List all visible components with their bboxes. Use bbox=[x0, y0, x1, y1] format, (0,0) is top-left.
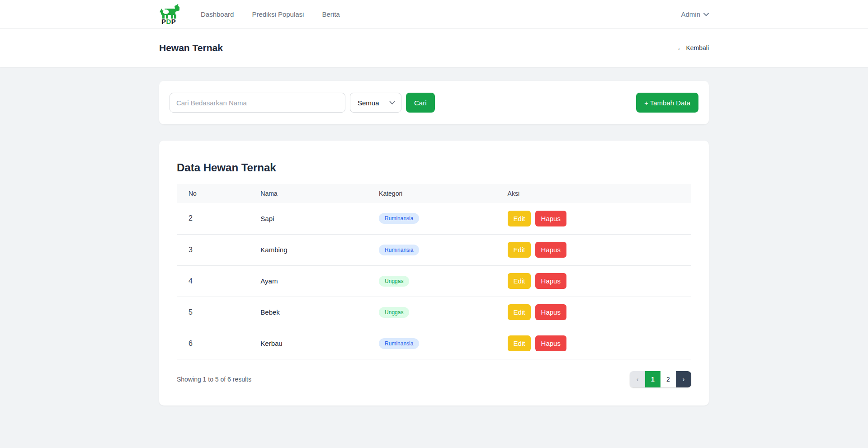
page-title: Hewan Ternak bbox=[159, 42, 223, 53]
row-category-cell: Ruminansia bbox=[367, 203, 496, 234]
category-badge: Ruminansia bbox=[379, 338, 419, 349]
row-name-cell: Sapi bbox=[249, 203, 367, 234]
column-header-aksi: Aksi bbox=[496, 184, 691, 203]
results-summary: Showing 1 to 5 of 6 results bbox=[177, 376, 251, 383]
back-link-label: Kembali bbox=[686, 44, 709, 52]
edit-button[interactable]: Edit bbox=[508, 242, 531, 258]
row-number-cell: 4 bbox=[177, 265, 249, 297]
delete-button[interactable]: Hapus bbox=[535, 211, 566, 226]
search-submit-button[interactable]: Cari bbox=[406, 93, 435, 113]
category-badge: Unggas bbox=[379, 276, 409, 287]
chevron-down-icon bbox=[389, 101, 395, 105]
row-category-cell: Unggas bbox=[367, 297, 496, 328]
table-body: 2 Sapi Ruminansia Edit Hapus 3 Kambing R… bbox=[177, 203, 691, 359]
row-name-cell: Bebek bbox=[249, 297, 367, 328]
edit-button[interactable]: Edit bbox=[508, 273, 531, 289]
row-actions-cell: Edit Hapus bbox=[496, 265, 691, 297]
user-menu[interactable]: Admin bbox=[681, 10, 709, 18]
search-input[interactable] bbox=[170, 93, 345, 113]
logo-cow-icon: PDP bbox=[159, 4, 181, 25]
back-arrow-icon: ← bbox=[677, 44, 683, 52]
column-header-no: No bbox=[177, 184, 249, 203]
nav-item-berita[interactable]: Berita bbox=[322, 0, 340, 29]
svg-text:PDP: PDP bbox=[161, 18, 176, 25]
user-menu-label: Admin bbox=[681, 10, 700, 18]
pagination-next-button[interactable]: › bbox=[676, 371, 691, 387]
livestock-table: No Nama Kategori Aksi 2 Sapi Ruminansia … bbox=[177, 184, 691, 359]
row-name-cell: Kerbau bbox=[249, 328, 367, 359]
row-actions-cell: Edit Hapus bbox=[496, 203, 691, 234]
table-row: 3 Kambing Ruminansia Edit Hapus bbox=[177, 234, 691, 265]
delete-button[interactable]: Hapus bbox=[535, 335, 566, 351]
category-badge: Ruminansia bbox=[379, 213, 419, 224]
pagination: ‹ 1 2 › bbox=[630, 371, 691, 387]
category-badge: Ruminansia bbox=[379, 245, 419, 255]
pagination-page-2-button[interactable]: 2 bbox=[660, 371, 676, 387]
chevron-down-icon bbox=[703, 13, 709, 16]
add-data-button[interactable]: + Tambah Data bbox=[636, 93, 698, 113]
column-header-kategori: Kategori bbox=[367, 184, 496, 203]
category-select-value: Semua bbox=[358, 99, 379, 107]
nav-item-prediksi-populasi[interactable]: Prediksi Populasi bbox=[252, 0, 304, 29]
edit-button[interactable]: Edit bbox=[508, 335, 531, 351]
back-link[interactable]: ← Kembali bbox=[677, 44, 709, 52]
nav-links: Dashboard Prediksi Populasi Berita bbox=[201, 0, 340, 29]
row-name-cell: Ayam bbox=[249, 265, 367, 297]
row-number-cell: 3 bbox=[177, 234, 249, 265]
row-number-cell: 5 bbox=[177, 297, 249, 328]
row-number-cell: 6 bbox=[177, 328, 249, 359]
category-select[interactable]: Semua bbox=[350, 93, 401, 113]
pagination-prev-button[interactable]: ‹ bbox=[630, 371, 645, 387]
row-category-cell: Ruminansia bbox=[367, 328, 496, 359]
row-category-cell: Ruminansia bbox=[367, 234, 496, 265]
table-header-row: No Nama Kategori Aksi bbox=[177, 184, 691, 203]
pagination-page-1-button[interactable]: 1 bbox=[645, 371, 660, 387]
table-title: Data Hewan Ternak bbox=[177, 161, 691, 174]
main-content: Semua Cari + Tambah Data Data Hewan Tern… bbox=[159, 67, 709, 406]
app-logo[interactable]: PDP bbox=[159, 4, 181, 25]
table-footer: Showing 1 to 5 of 6 results ‹ 1 2 › bbox=[177, 371, 691, 387]
delete-button[interactable]: Hapus bbox=[535, 304, 566, 320]
top-navbar: PDP Dashboard Prediksi Populasi Berita A… bbox=[0, 0, 868, 29]
table-row: 5 Bebek Unggas Edit Hapus bbox=[177, 297, 691, 328]
row-actions-cell: Edit Hapus bbox=[496, 328, 691, 359]
table-row: 2 Sapi Ruminansia Edit Hapus bbox=[177, 203, 691, 234]
nav-item-dashboard[interactable]: Dashboard bbox=[201, 0, 234, 29]
table-row: 4 Ayam Unggas Edit Hapus bbox=[177, 265, 691, 297]
delete-button[interactable]: Hapus bbox=[535, 242, 566, 258]
search-filter-card: Semua Cari + Tambah Data bbox=[159, 81, 709, 124]
delete-button[interactable]: Hapus bbox=[535, 273, 566, 289]
edit-button[interactable]: Edit bbox=[508, 304, 531, 320]
column-header-nama: Nama bbox=[249, 184, 367, 203]
row-number-cell: 2 bbox=[177, 203, 249, 234]
data-table-card: Data Hewan Ternak No Nama Kategori Aksi … bbox=[159, 141, 709, 406]
page-header: Hewan Ternak ← Kembali bbox=[0, 29, 868, 67]
row-category-cell: Unggas bbox=[367, 265, 496, 297]
row-actions-cell: Edit Hapus bbox=[496, 234, 691, 265]
edit-button[interactable]: Edit bbox=[508, 211, 531, 226]
row-actions-cell: Edit Hapus bbox=[496, 297, 691, 328]
table-row: 6 Kerbau Ruminansia Edit Hapus bbox=[177, 328, 691, 359]
row-name-cell: Kambing bbox=[249, 234, 367, 265]
category-badge: Unggas bbox=[379, 307, 409, 318]
